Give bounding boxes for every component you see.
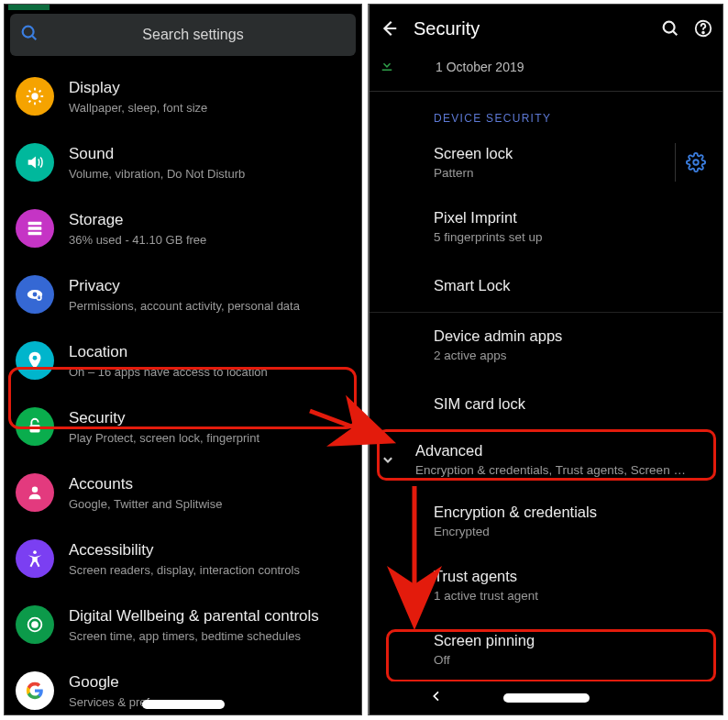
svg-line-8 xyxy=(39,101,41,103)
settings-item-storage[interactable]: Storage36% used - 41.10 GB free xyxy=(5,195,361,261)
security-item-screen-lock[interactable]: Screen lockPattern xyxy=(370,130,722,194)
item-subtitle: Google, Twitter and Splitwise xyxy=(69,496,222,512)
settings-item-sound[interactable]: SoundVolume, vibration, Do Not Disturb xyxy=(5,129,361,195)
security-item-encryption[interactable]: Encryption & credentialsEncrypted xyxy=(370,489,722,553)
privacy-icon xyxy=(16,275,54,314)
back-button[interactable] xyxy=(377,17,401,40)
item-subtitle: Permissions, account activity, personal … xyxy=(69,298,300,314)
settings-item-security[interactable]: SecurityPlay Protect, screen lock, finge… xyxy=(5,393,361,460)
svg-point-31 xyxy=(693,160,699,165)
accounts-icon xyxy=(16,473,54,512)
item-title: Privacy xyxy=(69,276,300,296)
settings-item-accessibility[interactable]: AccessibilityScreen readers, display, in… xyxy=(5,526,361,592)
nav-home-pill[interactable] xyxy=(503,693,590,703)
search-icon xyxy=(19,23,39,47)
top-app-bar: Security xyxy=(370,5,722,52)
svg-point-0 xyxy=(23,27,34,38)
svg-point-24 xyxy=(32,622,38,627)
item-title: Advanced xyxy=(415,441,715,460)
item-subtitle: On – 16 apps have access to location xyxy=(69,364,268,380)
security-settings-screen: Security 1 October 2019 DEVICE SECURITY … xyxy=(368,4,723,715)
item-title: Accounts xyxy=(69,474,222,494)
sound-icon xyxy=(16,143,54,182)
settings-item-accounts[interactable]: AccountsGoogle, Twitter and Splitwise xyxy=(5,460,361,526)
item-title: Screen pinning xyxy=(434,631,715,650)
security-item-trust-agents[interactable]: Trust agents1 active trust agent xyxy=(370,553,722,617)
item-subtitle: 5 fingerprints set up xyxy=(434,229,709,245)
item-subtitle: 1 active trust agent xyxy=(434,588,709,604)
item-title: Trust agents xyxy=(434,567,715,586)
item-subtitle: Pattern xyxy=(434,165,675,181)
item-title: Location xyxy=(69,342,268,362)
svg-line-1 xyxy=(32,36,36,39)
display-icon xyxy=(16,77,54,116)
svg-line-9 xyxy=(28,101,30,103)
item-title: Display xyxy=(69,78,207,98)
security-item-screen-pinning[interactable]: Screen pinningOff xyxy=(370,617,722,681)
security-update-date: 1 October 2019 xyxy=(436,60,524,74)
item-title: Encryption & credentials xyxy=(434,503,715,522)
svg-point-21 xyxy=(32,487,38,493)
location-icon xyxy=(16,341,54,380)
search-placeholder: Search settings xyxy=(39,27,347,43)
svg-point-2 xyxy=(31,93,38,99)
search-button[interactable] xyxy=(658,17,682,40)
settings-main-screen: Search settings DisplayWallpaper, sleep,… xyxy=(4,4,362,715)
item-title: Device admin apps xyxy=(434,327,715,346)
svg-rect-11 xyxy=(28,222,42,226)
security-item-pixel-imprint[interactable]: Pixel Imprint5 fingerprints set up xyxy=(370,194,722,259)
security-item-device-admin[interactable]: Device admin apps2 active apps xyxy=(370,313,722,377)
item-title: Pixel Imprint xyxy=(434,208,715,227)
item-subtitle: Screen readers, display, interaction con… xyxy=(69,562,300,578)
settings-item-privacy[interactable]: PrivacyPermissions, account activity, pe… xyxy=(5,261,361,327)
google-icon xyxy=(16,671,54,710)
security-update-row[interactable]: 1 October 2019 xyxy=(370,52,722,92)
item-subtitle: Encrypted xyxy=(434,524,709,539)
section-header-device-security: DEVICE SECURITY xyxy=(370,92,722,130)
svg-point-26 xyxy=(664,22,675,33)
chevron-down-icon xyxy=(379,450,415,469)
search-settings-bar[interactable]: Search settings xyxy=(10,14,356,56)
svg-rect-13 xyxy=(28,232,42,236)
settings-item-wellbeing[interactable]: Digital Wellbeing & parental controlsScr… xyxy=(5,592,361,658)
svg-point-19 xyxy=(33,356,38,360)
settings-item-location[interactable]: LocationOn – 16 apps have access to loca… xyxy=(5,327,361,393)
svg-line-10 xyxy=(39,90,41,92)
item-subtitle: Off xyxy=(434,652,709,668)
item-title: Digital Wellbeing & parental controls xyxy=(69,606,319,626)
item-subtitle: Wallpaper, sleep, font size xyxy=(69,100,207,116)
nav-back-button[interactable] xyxy=(429,689,444,707)
settings-item-display[interactable]: DisplayWallpaper, sleep, font size xyxy=(5,63,361,129)
page-title: Security xyxy=(414,18,649,39)
svg-rect-12 xyxy=(28,227,42,230)
security-item-advanced[interactable]: AdvancedEncryption & credentials, Trust … xyxy=(370,430,722,489)
settings-list: DisplayWallpaper, sleep, font size Sound… xyxy=(5,63,361,715)
nav-home-pill[interactable] xyxy=(142,700,225,709)
item-subtitle: Screen time, app timers, bedtime schedul… xyxy=(69,628,319,644)
svg-point-22 xyxy=(33,550,37,554)
item-title: Google xyxy=(69,672,192,692)
download-icon xyxy=(379,57,401,77)
screen-lock-settings-button[interactable] xyxy=(675,143,715,182)
item-subtitle: 36% used - 41.10 GB free xyxy=(69,232,206,248)
security-item-smart-lock[interactable]: Smart Lock xyxy=(370,259,722,312)
item-subtitle: Play Protect, screen lock, fingerprint xyxy=(69,430,259,446)
help-button[interactable] xyxy=(691,17,715,40)
accessibility-icon xyxy=(16,539,54,578)
svg-line-7 xyxy=(28,90,30,92)
item-title: Smart Lock xyxy=(434,276,715,295)
wellbeing-icon xyxy=(16,605,54,644)
security-item-sim-lock[interactable]: SIM card lock xyxy=(370,377,722,430)
item-title: Sound xyxy=(69,144,245,164)
svg-point-29 xyxy=(702,32,704,34)
svg-rect-30 xyxy=(382,70,392,72)
security-icon xyxy=(16,407,54,446)
item-title: SIM card lock xyxy=(434,394,715,414)
item-title: Security xyxy=(69,408,259,428)
item-title: Screen lock xyxy=(434,144,675,163)
svg-point-15 xyxy=(33,293,38,297)
svg-rect-20 xyxy=(30,425,40,432)
status-bar-fragment xyxy=(8,5,50,10)
item-title: Storage xyxy=(69,210,206,230)
item-subtitle: 2 active apps xyxy=(434,348,709,363)
